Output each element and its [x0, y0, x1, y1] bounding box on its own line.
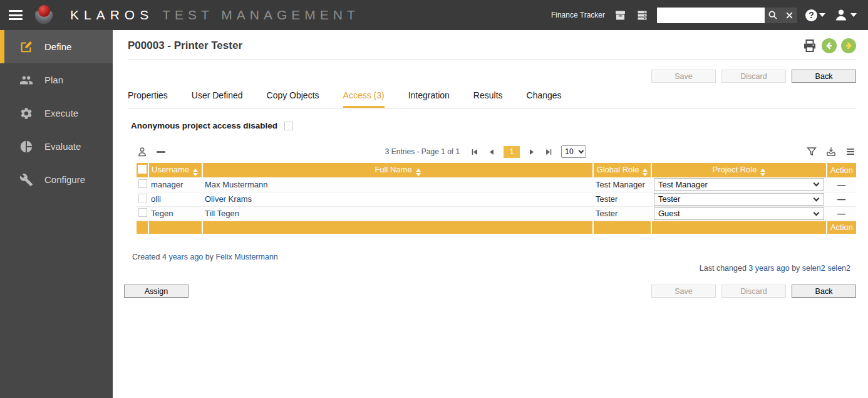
sidebar-item-label: Configure	[44, 174, 85, 185]
global-role-value: Test Manager	[596, 180, 645, 189]
column-header-username[interactable]: Username	[148, 163, 202, 177]
sidebar-item-execute[interactable]: Execute	[0, 97, 113, 130]
assign-button[interactable]: Assign	[124, 285, 189, 298]
changed-prefix: Last changed	[700, 264, 747, 273]
save-button[interactable]: Save	[651, 285, 716, 298]
people-icon	[19, 73, 33, 87]
active-project-label[interactable]: Finance Tracker	[551, 11, 605, 19]
table-menu-icon[interactable]	[845, 146, 856, 157]
tab-access[interactable]: Access (3)	[343, 90, 385, 108]
user-menu[interactable]	[834, 8, 857, 23]
created-by-prefix: by	[205, 253, 214, 261]
first-page-icon[interactable]	[470, 147, 479, 157]
tab-copy-objects[interactable]: Copy Objects	[267, 90, 319, 108]
search-clear-icon[interactable]	[781, 8, 797, 23]
table-row: Tegen Till Tegen Tester Guest —	[137, 206, 856, 221]
changed-time-link[interactable]: 3 years ago	[748, 264, 789, 273]
project-role-select[interactable]: Guest	[654, 207, 824, 220]
row-checkbox[interactable]	[138, 194, 147, 202]
sort-icon	[193, 169, 198, 176]
tab-user-defined[interactable]: User Defined	[192, 90, 243, 108]
sidebar: Define Plan Execute Evaluate Configure	[0, 30, 113, 398]
full-name-link[interactable]: Max Mustermann	[205, 180, 267, 189]
created-by-link[interactable]: Felix Mustermann	[215, 253, 277, 261]
row-checkbox[interactable]	[138, 208, 147, 217]
project-role-select[interactable]: Tester	[654, 193, 824, 206]
remove-access-icon[interactable]: —	[837, 194, 845, 204]
sidebar-item-configure[interactable]: Configure	[0, 163, 113, 196]
discard-button[interactable]: Discard	[721, 285, 786, 298]
column-header-full-name[interactable]: Full Name	[202, 163, 593, 177]
current-page-badge: 1	[504, 146, 520, 158]
table-footer-row: Action	[137, 221, 856, 234]
sidebar-item-evaluate[interactable]: Evaluate	[0, 130, 113, 163]
archive-box-icon[interactable]	[613, 8, 627, 22]
tab-bar: Properties User Defined Copy Objects Acc…	[128, 90, 856, 108]
sidebar-item-label: Plan	[44, 75, 63, 85]
full-name-link[interactable]: Oliver Krams	[205, 194, 252, 204]
created-time-link[interactable]: 4 years ago	[162, 253, 203, 261]
search-bar	[657, 8, 797, 23]
export-icon[interactable]	[825, 146, 837, 157]
brand-suffix: TEST MANAGEMENT	[162, 8, 359, 23]
changed-by-link[interactable]: selen2 selen2	[802, 264, 850, 273]
navigate-forward-icon[interactable]	[841, 38, 856, 53]
table-row: manager Max Mustermann Test Manager Test…	[137, 177, 856, 192]
search-submit-icon[interactable]	[765, 8, 781, 23]
sort-icon	[760, 169, 765, 176]
chevron-down-icon	[819, 13, 825, 17]
remove-access-icon[interactable]: —	[837, 209, 845, 218]
sidebar-item-label: Execute	[44, 108, 78, 118]
sidebar-item-define[interactable]: Define	[0, 30, 113, 63]
hamburger-menu-icon[interactable]	[9, 10, 23, 20]
filter-icon[interactable]	[806, 146, 817, 157]
username-link[interactable]: Tegen	[151, 209, 173, 218]
top-bar: KLAROS TEST MANAGEMENT Finance Tracker ?	[0, 0, 868, 30]
table-toolbar: 3 Entries - Page 1 of 1 1	[137, 144, 856, 159]
server-stack-icon[interactable]	[635, 8, 649, 22]
footer-action-label: Action	[827, 221, 856, 234]
pie-chart-icon	[19, 140, 33, 154]
table-header-row: Username Full Name Global Role Project R…	[137, 163, 856, 177]
chevron-down-icon	[850, 13, 857, 17]
search-input[interactable]	[657, 8, 765, 23]
last-changed-info: Last changed 3 years ago by selen2 selen…	[113, 264, 850, 273]
sort-icon	[643, 169, 648, 176]
save-button[interactable]: Save	[651, 70, 716, 83]
discard-button[interactable]: Discard	[721, 70, 786, 83]
global-role-value: Tester	[596, 194, 617, 204]
table-row: olli Oliver Krams Tester Tester —	[137, 192, 856, 206]
previous-page-icon[interactable]	[487, 147, 496, 157]
column-header-global-role[interactable]: Global Role	[593, 163, 651, 177]
help-menu[interactable]: ?	[805, 9, 825, 21]
last-page-icon[interactable]	[544, 147, 554, 157]
user-icon	[834, 8, 849, 23]
select-all-checkbox[interactable]	[138, 165, 147, 174]
page-size-select[interactable]: 10	[561, 145, 586, 158]
project-role-select[interactable]: Test Manager	[654, 178, 824, 191]
username-link[interactable]: olli	[151, 194, 161, 204]
brand-name: KLAROS	[70, 8, 153, 23]
anonymous-access-checkbox[interactable]	[284, 122, 293, 130]
tab-integration[interactable]: Integration	[408, 90, 450, 108]
tab-changes[interactable]: Changes	[527, 90, 562, 108]
remove-user-icon[interactable]	[157, 151, 165, 153]
row-checkbox[interactable]	[138, 179, 147, 188]
next-page-icon[interactable]	[527, 147, 537, 157]
remove-access-icon[interactable]: —	[837, 180, 845, 189]
entries-summary: 3 Entries - Page 1 of 1	[385, 147, 460, 156]
full-name-link[interactable]: Till Tegen	[205, 209, 239, 218]
gear-icon	[19, 107, 33, 120]
username-link[interactable]: manager	[151, 180, 183, 189]
help-icon: ?	[805, 9, 817, 21]
tab-properties[interactable]: Properties	[128, 90, 168, 108]
back-button[interactable]: Back	[792, 70, 856, 83]
tab-results[interactable]: Results	[473, 90, 503, 108]
sort-icon	[416, 169, 421, 176]
add-user-icon[interactable]	[137, 146, 148, 157]
back-button[interactable]: Back	[792, 285, 856, 298]
column-header-project-role[interactable]: Project Role	[651, 163, 827, 177]
print-icon[interactable]	[802, 38, 817, 53]
navigate-back-icon[interactable]	[822, 38, 837, 53]
sidebar-item-plan[interactable]: Plan	[0, 63, 113, 97]
